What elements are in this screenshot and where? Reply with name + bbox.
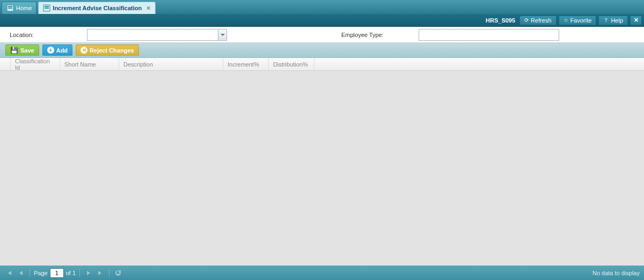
separator (79, 269, 80, 277)
refresh-icon (114, 269, 122, 277)
separator (109, 269, 109, 277)
reject-changes-button[interactable]: ✕ Reject Changes (76, 45, 139, 56)
refresh-label: Refresh (531, 17, 552, 24)
grid-body (0, 71, 644, 266)
column-description[interactable]: Description (119, 58, 223, 70)
form-icon (6, 4, 14, 12)
save-button[interactable]: 💾 Save (5, 45, 39, 56)
close-icon: ✕ (634, 17, 639, 24)
refresh-button[interactable]: ⟳ Refresh (519, 16, 557, 25)
employee-type-group: Employee Type: (341, 29, 559, 41)
empty-text: No data to display (592, 270, 640, 276)
plus-icon: + (47, 47, 54, 54)
svg-rect-5 (45, 8, 49, 9)
help-label: Help (611, 17, 623, 24)
save-label: Save (20, 47, 34, 54)
column-short-name[interactable]: Short Name (60, 58, 119, 70)
favorite-label: Favorite (570, 17, 592, 24)
column-classification-id[interactable]: Classification Id (11, 58, 60, 70)
reject-label: Reject Changes (90, 47, 134, 54)
close-button[interactable]: ✕ (630, 16, 642, 25)
page-of-label: of 1 (66, 270, 76, 276)
svg-rect-4 (45, 6, 49, 7)
page-input[interactable] (50, 268, 64, 278)
column-filler (314, 58, 644, 70)
tab-increment-advise-classification[interactable]: Increment Advise Classification ✕ (38, 2, 156, 14)
chevron-down-icon (221, 33, 225, 37)
svg-rect-1 (8, 6, 12, 7)
tab-strip: Home Increment Advise Classification ✕ (0, 0, 644, 14)
paging-refresh-button[interactable] (113, 268, 123, 278)
location-input[interactable] (87, 29, 218, 41)
separator (30, 269, 30, 277)
add-label: Add (56, 47, 68, 54)
paging-bar: Page of 1 No data to display (0, 266, 644, 280)
grid-header: Classification Id Short Name Description… (0, 58, 644, 71)
action-bar: 💾 Save + Add ✕ Reject Changes (0, 43, 644, 58)
page-label: Page (34, 270, 48, 276)
prev-icon (18, 270, 24, 276)
tab-label: Increment Advise Classification (53, 5, 142, 11)
next-icon (86, 270, 91, 276)
form-icon (43, 4, 50, 12)
column-distribution-pct[interactable]: Distribution% (269, 58, 314, 70)
filter-row: Location: Employee Type: (0, 27, 644, 43)
first-page-button[interactable] (4, 268, 14, 278)
close-icon[interactable]: ✕ (146, 5, 151, 12)
location-group: Location: (10, 29, 227, 41)
location-label: Location: (10, 32, 74, 38)
location-trigger[interactable] (218, 29, 227, 41)
favorite-button[interactable]: ☆ Favorite (559, 16, 597, 25)
last-page-button[interactable] (96, 268, 105, 278)
tab-home[interactable]: Home (2, 2, 36, 14)
employee-type-input[interactable] (419, 29, 559, 41)
cancel-icon: ✕ (80, 47, 87, 54)
help-button[interactable]: ？ Help (598, 16, 628, 25)
tab-home-label: Home (16, 5, 32, 11)
refresh-icon: ⟳ (524, 17, 529, 23)
prev-page-button[interactable] (16, 268, 26, 278)
next-page-button[interactable] (84, 268, 93, 278)
last-icon (98, 270, 103, 276)
location-combo (87, 29, 227, 41)
star-icon: ☆ (564, 17, 568, 23)
column-increment-pct[interactable]: Increment% (223, 58, 269, 70)
save-icon: 💾 (10, 47, 18, 54)
help-icon: ？ (603, 17, 609, 24)
add-button[interactable]: + Add (42, 45, 72, 56)
svg-rect-2 (8, 8, 12, 9)
screen-code: HRS_S095 (486, 17, 515, 24)
column-selector[interactable] (0, 58, 11, 70)
employee-type-label: Employee Type: (341, 32, 406, 38)
header-bar: HRS_S095 ⟳ Refresh ☆ Favorite ？ Help ✕ (0, 14, 644, 27)
first-icon (6, 270, 12, 276)
